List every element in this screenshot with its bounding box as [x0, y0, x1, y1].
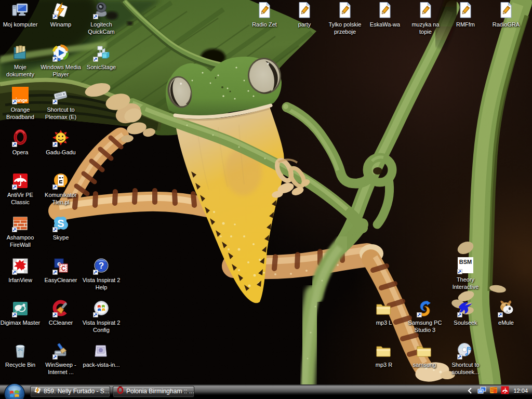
svg-text:ange: ange	[17, 98, 28, 103]
svg-text:S: S	[57, 218, 64, 229]
svg-text:BSM: BSM	[459, 259, 472, 265]
svg-text:C: C	[61, 265, 66, 272]
svg-text:?: ?	[99, 261, 104, 271]
